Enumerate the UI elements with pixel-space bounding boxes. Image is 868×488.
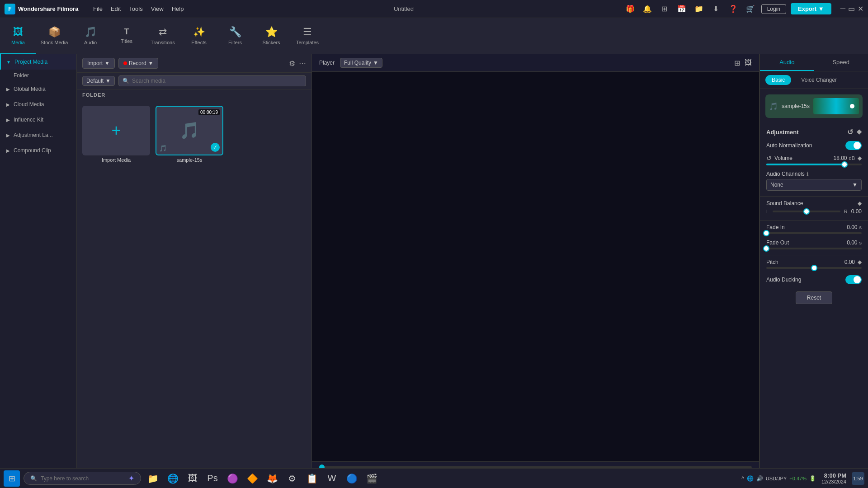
sidebar-item-project-media[interactable]: ▼ Project Media bbox=[0, 54, 76, 70]
sidebar-item-adjustment-la[interactable]: ▶ Adjustment La... bbox=[0, 127, 76, 143]
taskbar-search-input[interactable] bbox=[41, 475, 125, 482]
grid-view-icon[interactable]: ⊞ bbox=[734, 59, 740, 67]
menu-help[interactable]: Help bbox=[172, 5, 184, 12]
folder-icon[interactable]: 📁 bbox=[693, 3, 705, 15]
up-arrow-icon[interactable]: ^ bbox=[741, 475, 744, 482]
toolbar-effects[interactable]: ✨ Effects bbox=[181, 18, 217, 54]
notification-icon[interactable]: 🔔 bbox=[641, 3, 654, 15]
audio-ducking-row: Audio Ducking bbox=[760, 272, 868, 287]
reset-btn-row: Reset bbox=[760, 287, 868, 309]
volume-handle[interactable] bbox=[841, 161, 848, 168]
volume-keyframe-icon[interactable]: ◆ bbox=[858, 155, 862, 161]
fade-out-handle[interactable] bbox=[763, 245, 769, 252]
fade-in-handle[interactable] bbox=[763, 230, 769, 236]
download-icon[interactable]: ⬇ bbox=[710, 3, 722, 15]
sample-15s-thumb[interactable]: 00:00:19 🎵 🎵 ✓ bbox=[156, 106, 223, 155]
menu-view[interactable]: View bbox=[151, 5, 164, 12]
import-dropdown-icon[interactable]: ▼ bbox=[104, 60, 110, 66]
audio-channels-dropdown-icon: ▼ bbox=[852, 182, 858, 188]
taskbar-app-11[interactable]: 🎬 bbox=[363, 470, 380, 487]
toolbar-media[interactable]: 🖼 Media bbox=[0, 18, 36, 54]
calendar-icon[interactable]: 📅 bbox=[675, 3, 688, 15]
toolbar-stock-media[interactable]: 📦 Stock Media bbox=[36, 18, 72, 54]
reset-button[interactable]: Reset bbox=[796, 291, 832, 304]
taskbar-edge-app[interactable]: 🔵 bbox=[344, 470, 360, 487]
filter-icon[interactable]: ⚙ bbox=[289, 59, 295, 68]
toolbar-audio[interactable]: 🎵 Audio bbox=[72, 18, 108, 54]
taskbar-files-app[interactable]: 📁 bbox=[145, 470, 161, 487]
pitch-keyframe-icon[interactable]: ◆ bbox=[858, 259, 862, 265]
record-button[interactable]: Record ▼ bbox=[118, 58, 159, 69]
quality-select[interactable]: Full Quality ▼ bbox=[340, 58, 382, 68]
menu-tools[interactable]: Tools bbox=[129, 5, 142, 12]
sound-balance-slider[interactable] bbox=[773, 211, 840, 212]
taskbar-app-8[interactable]: ⚙ bbox=[284, 470, 300, 487]
taskbar-app-6[interactable]: 🔶 bbox=[244, 470, 260, 487]
list-item[interactable]: + Import Media bbox=[82, 106, 150, 163]
taskbar-word-app[interactable]: W bbox=[324, 470, 340, 487]
volume-sys-icon[interactable]: 🔊 bbox=[756, 475, 763, 482]
export-button[interactable]: Export ▼ bbox=[791, 3, 831, 14]
taskbar-app-7[interactable]: 🦊 bbox=[264, 470, 280, 487]
network-icon[interactable]: 🌐 bbox=[747, 475, 754, 482]
tab-audio[interactable]: Audio bbox=[760, 54, 814, 71]
notifications-widget[interactable]: 1:59 bbox=[852, 472, 864, 485]
menu-bar: File Edit Tools View Help bbox=[93, 5, 184, 12]
sidebar-item-cloud-media[interactable]: ▶ Cloud Media bbox=[0, 97, 76, 112]
audio-channels-info-icon[interactable]: ℹ bbox=[807, 171, 809, 177]
sub-tab-voice-changer[interactable]: Voice Changer bbox=[795, 75, 843, 85]
minimize-button[interactable]: ─ bbox=[840, 5, 845, 13]
volume-slider[interactable] bbox=[766, 164, 862, 165]
tab-speed[interactable]: Speed bbox=[814, 54, 868, 71]
taskbar-app-5[interactable]: 🟣 bbox=[224, 470, 241, 487]
login-button[interactable]: Login bbox=[761, 4, 786, 14]
fade-out-label-row: Fade Out 0.00 s bbox=[766, 239, 862, 246]
toolbar-transitions[interactable]: ⇄ Transitions bbox=[145, 18, 181, 54]
folder-sub-item[interactable]: Folder bbox=[0, 70, 76, 81]
default-select[interactable]: Default ▼ bbox=[82, 76, 115, 86]
menu-file[interactable]: File bbox=[93, 5, 103, 12]
maximize-button[interactable]: ▭ bbox=[848, 5, 855, 13]
menu-edit[interactable]: Edit bbox=[111, 5, 121, 12]
pitch-slider[interactable] bbox=[766, 267, 862, 269]
sub-tab-basic[interactable]: Basic bbox=[765, 75, 791, 85]
fade-in-slider[interactable] bbox=[766, 232, 862, 234]
record-dropdown-icon[interactable]: ▼ bbox=[148, 60, 154, 66]
search-input[interactable] bbox=[132, 78, 302, 84]
toolbar-titles[interactable]: T Titles bbox=[108, 18, 145, 54]
taskbar-app-9[interactable]: 📋 bbox=[304, 470, 320, 487]
sidebar-item-compound-clip[interactable]: ▶ Compound Clip bbox=[0, 143, 76, 158]
taskbar-browser-app[interactable]: 🌐 bbox=[165, 470, 181, 487]
cart-icon[interactable]: 🛒 bbox=[744, 3, 757, 15]
volume-reset-icon[interactable]: ↺ bbox=[766, 155, 772, 162]
start-button[interactable]: ⊞ bbox=[4, 470, 20, 487]
sidebar-item-influence-kit[interactable]: ▶ Influence Kit bbox=[0, 112, 76, 127]
grid-icon[interactable]: ⊞ bbox=[658, 3, 671, 15]
fade-out-slider[interactable] bbox=[766, 248, 862, 249]
adjustment-reset-icon[interactable]: ↺ bbox=[847, 128, 853, 136]
taskbar-photos-app[interactable]: 🖼 bbox=[184, 470, 201, 487]
close-button[interactable]: ✕ bbox=[858, 5, 863, 13]
pitch-handle[interactable] bbox=[811, 265, 817, 271]
list-item[interactable]: 00:00:19 🎵 🎵 ✓ sample-15s bbox=[156, 106, 223, 163]
toolbar-templates[interactable]: ☰ Templates bbox=[289, 18, 326, 54]
sound-balance-keyframe-icon[interactable]: ◆ bbox=[858, 200, 862, 206]
battery-icon[interactable]: 🔋 bbox=[809, 475, 816, 482]
help-icon[interactable]: ❓ bbox=[727, 3, 740, 15]
adjustment-keyframe-icon[interactable]: ◆ bbox=[857, 128, 862, 136]
taskbar-photoshop-app[interactable]: Ps bbox=[204, 470, 221, 487]
import-button[interactable]: Import ▼ bbox=[82, 58, 115, 69]
gift-icon[interactable]: 🎁 bbox=[624, 3, 637, 15]
image-view-icon[interactable]: 🖼 bbox=[745, 59, 752, 67]
clock-area[interactable]: 8:00 PM 12/23/2024 bbox=[821, 472, 846, 484]
more-options-icon[interactable]: ⋯ bbox=[299, 59, 306, 68]
audio-channels-select[interactable]: None ▼ bbox=[766, 179, 862, 191]
toolbar-stickers[interactable]: ⭐ Stickers bbox=[253, 18, 289, 54]
toolbar-filters[interactable]: 🔧 Filters bbox=[217, 18, 253, 54]
audio-ducking-toggle[interactable] bbox=[845, 275, 862, 284]
sound-balance-handle[interactable] bbox=[803, 208, 810, 215]
import-media-thumb[interactable]: + bbox=[82, 106, 150, 155]
sidebar-item-global-media[interactable]: ▶ Global Media bbox=[0, 81, 76, 97]
stickers-icon: ⭐ bbox=[265, 26, 278, 38]
auto-normalization-toggle[interactable] bbox=[845, 141, 862, 150]
